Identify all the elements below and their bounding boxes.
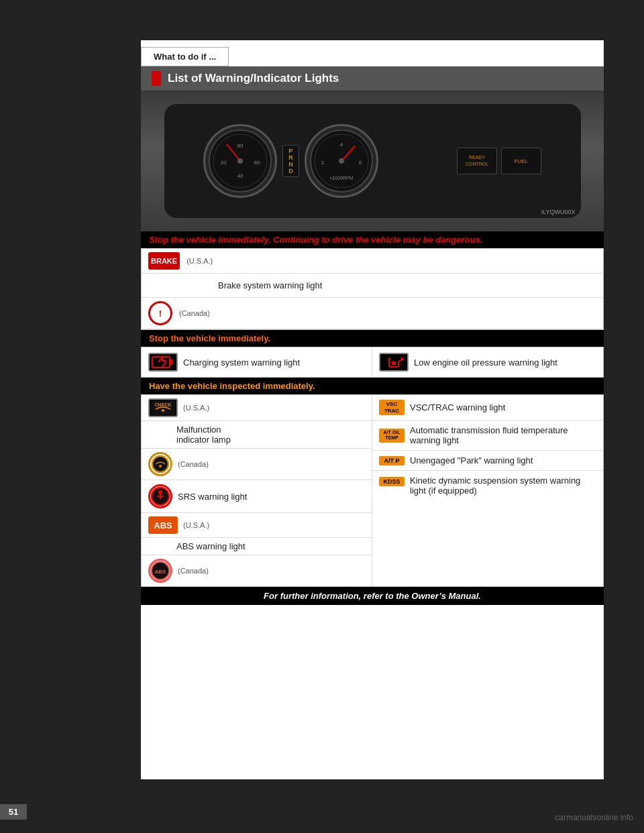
dashboard-image: 80 40 20 60 PRND (141, 91, 604, 231)
abs-usa-label: (U.S.A.) (183, 521, 215, 529)
malfunction-desc-row: Malfunctionindicator lamp (142, 421, 372, 449)
charging-label: Charging system warning light (183, 357, 300, 368)
atp-label: Unengaged "Park" warning light (410, 455, 533, 465)
svg-point-32 (158, 490, 162, 494)
svg-text:40: 40 (237, 173, 244, 179)
stop-danger-banner: Stop the vehicle immediately. Continuing… (141, 231, 604, 248)
have-right-column: VSCTRAC VSC/TRAC warning light A/T OILTE… (372, 395, 603, 586)
brake-usa-label: (U.S.A.) (186, 257, 219, 265)
at-oil-badge: A/T OILTEMP (379, 429, 405, 443)
check-usa-label: (U.S.A.) (183, 404, 215, 412)
oil-cell: Low engine oil pressure warning light (372, 347, 603, 377)
check-usa-row: CHECK (U.S.A.) (142, 395, 372, 421)
svg-text:2: 2 (321, 160, 324, 166)
svg-point-15 (339, 158, 344, 164)
abs-badge: ABS (148, 516, 178, 534)
brake-canada-label: (Canada) (179, 309, 211, 317)
stop-subheader: Stop the vehicle immediately. (141, 330, 604, 347)
dashboard-image-label: ILYQWU00X (541, 209, 576, 215)
abs-usa-row: ABS (U.S.A.) (142, 513, 372, 538)
tab-area: What to do if ... (141, 40, 604, 66)
dashboard-inner: 80 40 20 60 PRND (164, 104, 581, 218)
brake-canada-icon: ! (148, 301, 172, 325)
stop-subheader-text: Stop the vehicle immediately. (149, 333, 270, 343)
kdss-badge: KDSS (379, 477, 405, 486)
kdss-row: KDSS Kinetic dynamic suspension system w… (372, 471, 603, 500)
atp-row: A/T P Unengaged "Park" warning light (372, 451, 603, 471)
speedometer-gauge: 80 40 20 60 (203, 124, 277, 198)
abs-canada-row: ABS (Canada) (142, 555, 372, 586)
check-engine-usa-icon: CHECK (148, 398, 178, 417)
svg-text:CONTROL: CONTROL (466, 162, 488, 166)
at-oil-row: A/T OILTEMP Automatic transmission fluid… (372, 421, 603, 451)
abs-label: ABS warning light (176, 541, 246, 551)
brake-section: BRAKE (U.S.A.) Brake system warning ligh… (141, 248, 604, 330)
check-engine-canada-icon (148, 452, 172, 476)
kdss-label: Kinetic dynamic suspension system warnin… (410, 476, 596, 496)
svg-line-24 (162, 361, 166, 367)
svg-text:CHECK: CHECK (155, 402, 172, 407)
have-subheader: Have the vehicle inspected immediately. (141, 378, 604, 394)
footer-text: For further information, refer to the Ow… (264, 591, 481, 601)
srs-row: SRS warning light (142, 480, 372, 513)
svg-text:80: 80 (237, 143, 244, 149)
tab-label: What to do if ... (154, 52, 216, 62)
svg-text:×1000RPM: ×1000RPM (329, 176, 353, 180)
content-wrapper: List of Warning/Indicator Lights 80 40 2… (141, 66, 604, 605)
srs-label: SRS warning light (178, 492, 247, 502)
charging-icon (148, 353, 178, 372)
header-bar-icon (152, 71, 161, 86)
svg-text:6: 6 (358, 160, 362, 166)
check-canada-label: (Canada) (178, 460, 210, 468)
brake-description: Brake system warning light (218, 280, 322, 290)
srs-icon (148, 484, 172, 508)
brake-usa-row: BRAKE (U.S.A.) (142, 249, 603, 274)
stop-danger-text: Stop the vehicle immediately. Continuing… (149, 235, 482, 245)
vsc-label: VSC/TRAC warning light (410, 402, 505, 412)
brake-badge: BRAKE (148, 252, 180, 270)
abs-canada-icon: ABS (148, 559, 172, 583)
svg-point-25 (401, 358, 404, 361)
have-section-table: CHECK (U.S.A.) Malfunctionindicator lamp (141, 394, 604, 587)
section-title: List of Warning/Indicator Lights (168, 72, 339, 85)
what-to-do-tab: What to do if ... (141, 47, 229, 66)
svg-text:4: 4 (339, 142, 343, 148)
svg-text:60: 60 (254, 160, 260, 166)
svg-point-30 (159, 465, 162, 467)
vsc-badge: VSCTRAC (379, 400, 405, 415)
brake-canada-row: ! (Canada) (142, 298, 603, 329)
svg-point-7 (237, 158, 243, 164)
have-subheader-text: Have the vehicle inspected immediately. (149, 381, 315, 391)
oil-icon (379, 353, 409, 372)
svg-rect-20 (170, 359, 172, 365)
svg-point-28 (162, 409, 164, 412)
abs-desc-row: ABS warning light (142, 538, 372, 555)
have-left-column: CHECK (U.S.A.) Malfunctionindicator lamp (142, 395, 372, 586)
atp-badge: A/T P (379, 456, 405, 465)
svg-text:20: 20 (221, 160, 227, 166)
section-header: List of Warning/Indicator Lights (141, 66, 604, 91)
vsc-row: VSCTRAC VSC/TRAC warning light (372, 395, 603, 421)
check-canada-row: (Canada) (142, 449, 372, 480)
tachometer-gauge: 4 ×1000RPM 2 6 (305, 124, 378, 198)
abs-canada-label: (Canada) (178, 567, 210, 575)
charging-cell: Charging system warning light (142, 347, 372, 377)
page-number: 51 (0, 804, 27, 820)
oil-label: Low engine oil pressure warning light (414, 357, 557, 368)
svg-text:ABS: ABS (155, 569, 166, 575)
at-oil-label: Automatic transmission fluid temperature… (410, 425, 596, 445)
watermark: carmanualsonline.info (555, 813, 633, 822)
malfunction-label: Malfunctionindicator lamp (176, 425, 231, 445)
svg-text:READY: READY (469, 155, 485, 160)
main-content-area: What to do if ... List of Warning/Indica… (141, 40, 604, 779)
footer-banner: For further information, refer to the Ow… (141, 587, 604, 605)
svg-point-29 (152, 456, 168, 472)
stop-section-table: Charging system warning light Low engine… (141, 347, 604, 378)
brake-description-row: Brake system warning light (142, 274, 603, 298)
